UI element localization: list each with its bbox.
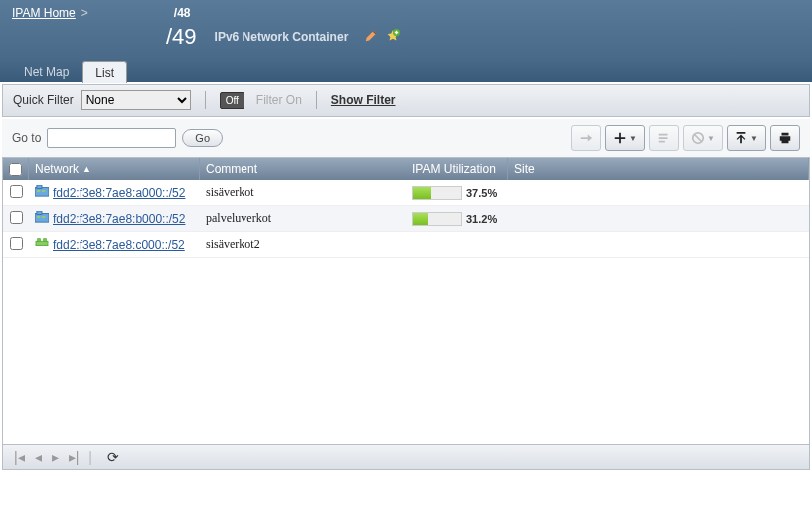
delete-button: ▼ [683,125,723,151]
first-page-button: |◂ [11,449,28,465]
svg-rect-11 [38,239,41,242]
svg-rect-6 [35,214,49,223]
svg-rect-7 [37,211,42,214]
divider [205,91,206,109]
pagination-bar: |◂ ◂ ▸ ▸| | ⟳ [2,445,810,470]
tab-bar: Net Map List [0,58,812,82]
network-link[interactable]: fdd2:f3e8:7ae8:b000::/52 [53,212,185,226]
network-container-icon [35,211,49,226]
svg-rect-9 [42,216,45,218]
site-cell [508,216,809,222]
utilization-value: 37.5% [466,187,497,199]
goto-input[interactable] [47,128,176,148]
svg-rect-12 [44,239,47,242]
site-cell [508,190,809,196]
breadcrumb: IPAM Home > /48 [12,6,800,20]
comment-cell: sisäverkot [200,182,406,203]
page-subtitle: IPv6 Network Container [215,30,349,44]
column-header-site[interactable]: Site [508,158,809,180]
filter-off-button[interactable]: Off [220,92,244,109]
action-toolbar: ▼ ▼ ▼ [568,125,800,151]
edit-icon[interactable] [364,29,378,46]
add-icon[interactable] [386,29,400,46]
last-page-button: ▸| [66,449,82,465]
divider [316,91,317,109]
tab-net-map[interactable]: Net Map [12,61,81,82]
prev-page-button: ◂ [32,449,45,465]
go-button[interactable]: Go [182,129,223,147]
page-title: /49 [166,24,197,50]
utilization-bar [412,212,462,226]
next-page-button: ▸ [49,449,62,465]
goto-label: Go to [12,131,41,145]
comment-cell: palveluverkot [200,208,406,229]
divider: | [85,449,95,465]
table-row[interactable]: fdd2:f3e8:7ae8:a000::/52sisäverkot37.5% [3,180,809,206]
network-link[interactable]: fdd2:f3e8:7ae8:c000::/52 [53,238,185,252]
comment-cell: sisäverkot2 [200,234,406,255]
column-header-comment[interactable]: Comment [200,158,406,180]
filter-bar: Quick Filter None Off Filter On Show Fil… [2,84,810,117]
breadcrumb-home-link[interactable]: IPAM Home [12,6,76,20]
svg-rect-8 [37,216,40,218]
next-button [571,125,601,151]
row-checkbox[interactable] [10,237,23,250]
column-header-network[interactable]: Network▲ [29,158,200,180]
export-button[interactable]: ▼ [727,125,766,151]
network-container-icon [35,185,49,200]
svg-rect-2 [35,188,49,197]
svg-rect-10 [36,241,48,245]
row-checkbox[interactable] [10,185,23,198]
column-header-utilization[interactable]: IPAM Utilization [406,158,508,180]
utilization-value: 31.2% [466,213,497,225]
table-row[interactable]: fdd2:f3e8:7ae8:c000::/52sisäverkot2 [3,232,809,258]
quick-filter-select[interactable]: None [81,90,191,110]
network-link[interactable]: fdd2:f3e8:7ae8:a000::/52 [53,186,185,200]
quick-filter-label: Quick Filter [13,93,74,107]
site-cell [508,242,809,248]
show-filter-link[interactable]: Show Filter [331,93,396,107]
breadcrumb-current: /48 [174,6,191,20]
print-button[interactable] [770,125,800,151]
table-row[interactable]: fdd2:f3e8:7ae8:b000::/52palveluverkot31.… [3,206,809,232]
breadcrumb-separator: > [81,6,88,20]
row-checkbox[interactable] [10,211,23,224]
tab-list[interactable]: List [82,61,127,83]
add-button[interactable]: ▼ [605,125,645,151]
svg-rect-4 [37,190,40,192]
edit-button [649,125,679,151]
svg-rect-5 [42,190,45,192]
sort-asc-icon: ▲ [82,164,91,174]
column-header-checkbox[interactable] [3,158,29,180]
network-network-icon [35,237,49,252]
network-table: Network▲ Comment IPAM Utilization Site f… [2,157,810,445]
utilization-bar [412,186,462,200]
refresh-button[interactable]: ⟳ [107,449,119,465]
svg-rect-3 [37,185,42,188]
filter-on-label: Filter On [256,93,302,107]
